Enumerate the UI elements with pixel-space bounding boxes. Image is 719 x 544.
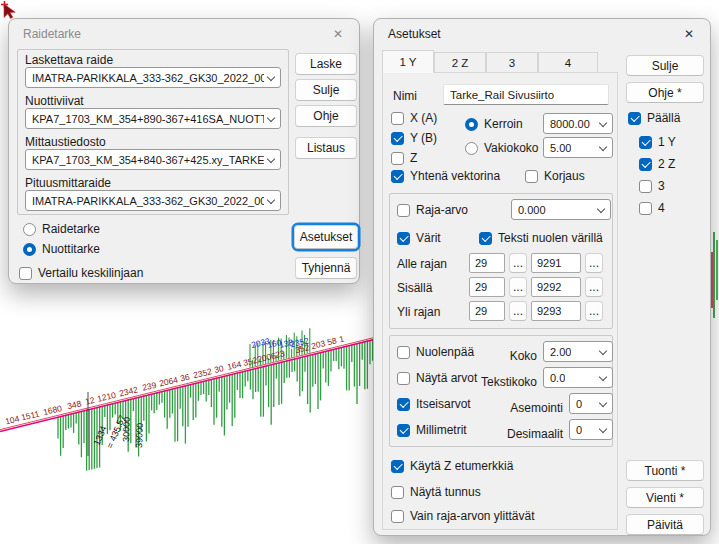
raja-arvo-checkbox[interactable]: Raja-arvo (397, 203, 468, 217)
asetukset-titlebar[interactable]: Asetukset ✕ (374, 19, 710, 49)
checkbox-label: Korjaus (544, 169, 585, 183)
vakiokoko-radio[interactable]: Vakiokoko (465, 141, 538, 155)
combo-value: 2.00 (550, 346, 571, 358)
pituusmittaraide-label: Pituusmittaraide (25, 176, 111, 190)
varit-checkbox[interactable]: Värit (397, 231, 441, 245)
button-label: Ohje * (648, 86, 681, 100)
asetukset-button[interactable]: Asetukset (294, 225, 358, 249)
svg-text:164: 164 (226, 359, 242, 372)
paalla-checkbox[interactable]: Päällä (628, 111, 680, 125)
checkbox-box (639, 158, 652, 171)
raidetarke-radio[interactable]: Raidetarke (23, 222, 100, 236)
paivita-button[interactable]: Päivitä (626, 514, 704, 535)
z-checkbox[interactable]: Z (391, 151, 417, 165)
checkbox-box (397, 398, 410, 411)
y-b-checkbox[interactable]: Y (B) (391, 131, 437, 145)
alle-rajan-code-browse-button[interactable]: ... (585, 253, 603, 273)
millimetrit-checkbox[interactable]: Millimetrit (397, 423, 467, 437)
koko-combo[interactable]: 2.00 (543, 341, 613, 362)
tyhjenna-button[interactable]: Tyhjennä (295, 257, 357, 279)
vienti-button[interactable]: Vienti * (626, 487, 704, 508)
button-label: Laske (310, 57, 342, 71)
laske-button[interactable]: Laske (295, 53, 357, 75)
teksti-nuolen-checkbox[interactable]: Teksti nuolen värillä (479, 231, 603, 245)
x-a-checkbox[interactable]: X (A) (391, 111, 437, 125)
desimaalit-combo[interactable]: 0 (569, 419, 613, 440)
tuonti-button[interactable]: Tuonti * (626, 460, 704, 481)
chevron-down-icon (599, 425, 607, 433)
nimi-input[interactable]: Tarke_Rail Sivusiirto (443, 84, 609, 105)
tab-3[interactable]: 3 (486, 52, 538, 72)
tab-1y[interactable]: 1 Y (382, 50, 434, 73)
yli-rajan-color-input[interactable]: 29 (469, 301, 505, 321)
listaus-button[interactable]: Listaus (295, 137, 357, 159)
checkbox-label: Vain raja-arvon ylittävät (410, 509, 535, 523)
checkbox-box (639, 202, 652, 215)
checkbox-label: Näytä tunnus (410, 485, 481, 499)
kerroin-combo[interactable]: 8000.00 (543, 113, 613, 134)
yli-rajan-code-browse-button[interactable]: ... (585, 301, 603, 321)
mittaustiedosto-value: KPA7_1703_KM_354+840-367+425.xy_TARKE N (32, 154, 264, 166)
radio-dot (465, 118, 478, 131)
layer-3-checkbox[interactable]: 3 (639, 179, 665, 193)
nuottitarke-radio[interactable]: Nuottitarke (23, 242, 100, 256)
vakiokoko-combo[interactable]: 5.00 (543, 137, 613, 158)
yli-rajan-code-input[interactable]: 9293 (531, 301, 581, 321)
sisalla-color-input[interactable]: 29 (469, 277, 505, 297)
laskettava-raide-combo[interactable]: IMATRA-PARIKKALA_333-362_GK30_2022_001.t… (25, 67, 281, 88)
raidetarke-close-icon[interactable]: ✕ (317, 19, 359, 49)
nimi-label: Nimi (393, 89, 417, 103)
checkbox-box (639, 180, 652, 193)
alle-rajan-color-input[interactable]: 29 (469, 253, 505, 273)
button-label: Sulje (652, 59, 679, 73)
kerroin-radio[interactable]: Kerroin (465, 117, 523, 131)
tab-2z[interactable]: 2 Z (434, 52, 486, 72)
button-label: ... (589, 304, 599, 318)
layer-4-checkbox[interactable]: 4 (639, 201, 665, 215)
yli-rajan-color-browse-button[interactable]: ... (509, 301, 527, 321)
yhtena-vektorina-checkbox[interactable]: Yhtenä vektorina (391, 169, 500, 183)
combo-value: 0.0 (550, 372, 565, 384)
chevron-down-icon (597, 205, 605, 213)
sisalla-color-browse-button[interactable]: ... (509, 277, 527, 297)
layer-2z-checkbox[interactable]: 2 Z (639, 157, 675, 171)
asetukset-dialog: Asetukset ✕ 1 Y 2 Z 3 4 Nimi Tarke_Rail … (373, 18, 711, 536)
checkbox-box (397, 424, 410, 437)
raidetarke-titlebar[interactable]: Raidetarke ✕ (9, 19, 359, 49)
asetukset-close-icon[interactable]: ✕ (668, 19, 710, 49)
vertailu-checkbox[interactable]: Vertailu keskilinjaan (19, 266, 143, 280)
korjaus-checkbox[interactable]: Korjaus (525, 169, 585, 183)
checkbox-box (19, 267, 32, 280)
nuottiviivat-label: Nuottiviivat (25, 94, 84, 108)
tab-4[interactable]: 4 (538, 52, 598, 72)
tab-label: 3 (509, 57, 515, 69)
desimaalit-label: Desimaalit (479, 427, 563, 441)
checkbox-box (397, 204, 410, 217)
mittaustiedosto-combo[interactable]: KPA7_1703_KM_354+840-367+425.xy_TARKE N (25, 149, 281, 170)
sisalla-code-input[interactable]: 9292 (531, 277, 581, 297)
nuottiviivat-combo[interactable]: KPA7_1703_KM_354+890-367+416SA_NUOTTI... (25, 108, 281, 129)
svg-text:104: 104 (4, 413, 20, 426)
checkbox-label: Millimetrit (416, 423, 467, 437)
vain-raja-arvon-checkbox[interactable]: Vain raja-arvon ylittävät (391, 509, 535, 523)
raja-arvo-combo[interactable]: 0.000 (511, 199, 611, 220)
tekstikoko-combo[interactable]: 0.0 (543, 367, 613, 388)
itseisarvot-checkbox[interactable]: Itseisarvot (397, 397, 471, 411)
nayta-tunnus-checkbox[interactable]: Näytä tunnus (391, 485, 481, 499)
layer-1y-checkbox[interactable]: 1 Y (639, 135, 676, 149)
ohje-button[interactable]: Ohje (295, 105, 357, 127)
alle-rajan-color-browse-button[interactable]: ... (509, 253, 527, 273)
tab-label: 4 (565, 57, 571, 69)
pituusmittaraide-combo[interactable]: IMATRA-PARIKKALA_333-362_GK30_2022_001.. (25, 190, 281, 211)
asemointi-combo[interactable]: 0 (569, 393, 613, 414)
asetukset-ohje-button[interactable]: Ohje * (626, 82, 704, 103)
svg-text:348: 348 (66, 398, 82, 411)
sisalla-label: Sisällä (397, 281, 432, 295)
sisalla-code-browse-button[interactable]: ... (585, 277, 603, 297)
laskettava-raide-value: IMATRA-PARIKKALA_333-362_GK30_2022_001.t… (32, 72, 264, 84)
svg-text:30000: 30000 (121, 417, 132, 442)
sulje-button[interactable]: Sulje (295, 79, 357, 101)
asetukset-sulje-button[interactable]: Sulje (626, 55, 704, 76)
alle-rajan-code-input[interactable]: 9291 (531, 253, 581, 273)
kayta-z-etumerkkia-checkbox[interactable]: Käytä Z etumerkkiä (391, 459, 513, 473)
